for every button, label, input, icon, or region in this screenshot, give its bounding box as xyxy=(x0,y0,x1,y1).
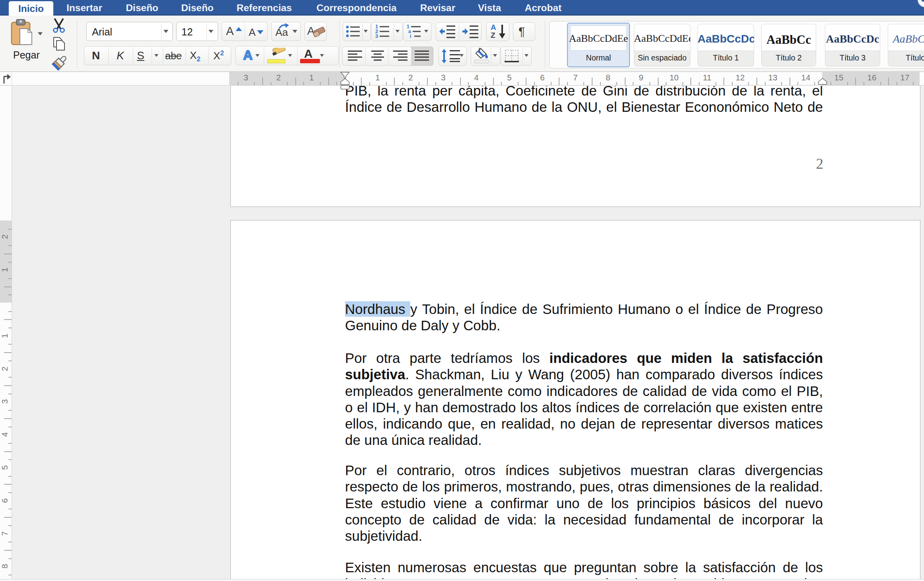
svg-text:i: i xyxy=(410,33,411,39)
svg-text:3: 3 xyxy=(375,33,378,39)
